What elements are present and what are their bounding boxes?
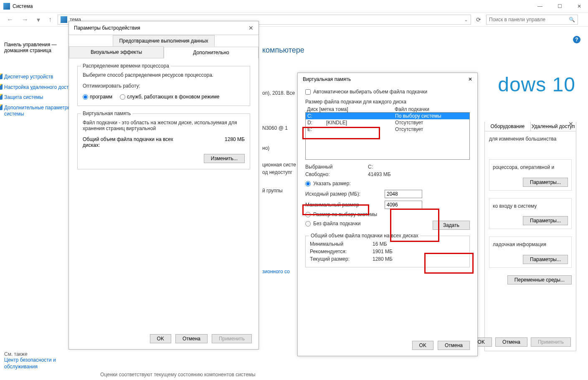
- vmem-text: Файл подкачки - это область на жестком д…: [83, 120, 245, 131]
- params-button[interactable]: Параметры...: [523, 178, 568, 187]
- cpu-text: Выберите способ распределения ресурсов п…: [83, 72, 245, 78]
- radio-custom-input[interactable]: [305, 181, 311, 186]
- min-label: Минимальный: [310, 241, 373, 247]
- up-button[interactable]: ↑: [46, 16, 54, 23]
- system-icon: [3, 3, 10, 10]
- chevron-down-icon[interactable]: ⌄: [464, 17, 468, 23]
- cur-label: Текущий размер:: [310, 256, 373, 262]
- change-button[interactable]: Изменить...: [204, 154, 245, 163]
- close-button[interactable]: ✕: [574, 3, 585, 9]
- radio-custom-size[interactable]: Указать размер:: [305, 181, 470, 186]
- radio-programs[interactable]: программ: [83, 94, 112, 100]
- tab-visual[interactable]: Визуальные эффекты: [69, 46, 164, 58]
- apply-button[interactable]: Применить: [212, 334, 252, 343]
- close-icon[interactable]: ✕: [248, 25, 253, 31]
- totals-legend: Общий объем файла подкачки на всех диска…: [309, 233, 420, 239]
- sidebar-item-protection[interactable]: Защита системы: [4, 93, 79, 101]
- auto-manage-checkbox[interactable]: Автоматически выбирать объем файла подка…: [305, 89, 470, 95]
- cur-value: 1280 МБ: [373, 256, 393, 262]
- sidebar-item-device-manager[interactable]: Диспетчер устройств: [4, 73, 79, 81]
- group-text: роцессора, оперативной и: [493, 164, 568, 171]
- footer-text: Оценки соответствуют текущему состоянию …: [100, 372, 256, 377]
- ok-button[interactable]: OK: [150, 334, 171, 343]
- totals-group: Общий объем файла подкачки на всех диска…: [305, 236, 470, 267]
- radio-services[interactable]: служб, работающих в фоновом режиме: [120, 94, 219, 100]
- disk-row-e[interactable]: E:Отсутствует: [306, 126, 469, 133]
- optimize-label: Оптимизировать работу:: [83, 83, 245, 89]
- system-properties-dialog: ✕ Оборудование Удаленный доступ для изме…: [484, 122, 576, 351]
- initial-size-input[interactable]: [385, 190, 422, 198]
- rec-label: Рекомендуется:: [310, 249, 373, 254]
- search-input[interactable]: [489, 17, 569, 23]
- system-icon: [61, 16, 67, 23]
- max-size-input[interactable]: [385, 201, 422, 209]
- radio-services-input[interactable]: [120, 94, 125, 100]
- minimize-button[interactable]: —: [534, 3, 546, 9]
- sidebar-item-advanced[interactable]: Дополнительные параметры системы: [4, 103, 79, 118]
- refresh-button[interactable]: ⟳: [474, 16, 483, 23]
- cpu-legend: Распределение времени процессора: [81, 63, 171, 69]
- sidebar-security-center[interactable]: Центр безопасности и обслуживания: [4, 357, 79, 370]
- vmem-total-value: 1280 МБ: [225, 136, 245, 148]
- max-label: Максимальный размер: [305, 202, 385, 208]
- params-button[interactable]: Параметры...: [523, 255, 568, 264]
- tab-hardware[interactable]: Оборудование: [485, 122, 531, 131]
- dropdown-history[interactable]: ▾: [34, 16, 43, 24]
- cancel-button[interactable]: Отмена: [175, 334, 208, 343]
- dialog-title: Виртуальная память: [303, 76, 351, 82]
- window-buttons: — ☐ ✕: [534, 3, 585, 9]
- radio-nopf-input[interactable]: [305, 221, 311, 226]
- close-icon[interactable]: ✕: [468, 76, 472, 82]
- windows10-logo: dows 10: [498, 73, 575, 96]
- selected-label: Выбранный: [305, 164, 368, 170]
- shield-icon: [0, 94, 3, 100]
- free-label: Свободно:: [305, 171, 368, 177]
- tab-advanced[interactable]: Дополнительно: [164, 47, 259, 58]
- body-text: й группы: [262, 188, 283, 194]
- radio-system-input[interactable]: [305, 212, 311, 217]
- search-icon: 🔍: [569, 17, 575, 23]
- selected-value: C:: [368, 164, 373, 170]
- radio-no-pagefile[interactable]: Без файла подкачки: [305, 221, 360, 226]
- vmem-legend: Виртуальная память: [81, 111, 132, 116]
- virtual-memory-group: Виртуальная память Файл подкачки - это о…: [77, 113, 250, 169]
- cpu-scheduling-group: Распределение времени процессора Выберит…: [77, 66, 250, 106]
- maximize-button[interactable]: ☐: [554, 3, 565, 9]
- body-text: N3060 @ 1: [262, 125, 288, 131]
- dialog-title: Параметры быстродействия: [74, 25, 140, 31]
- virtual-memory-dialog: Виртуальная память ✕ Автоматически выбир…: [297, 73, 478, 356]
- disk-row-c[interactable]: C:По выбору системы: [306, 113, 469, 119]
- body-text: on), 2018. Все: [262, 90, 295, 96]
- cancel-button[interactable]: Отмена: [438, 341, 470, 350]
- performance-options-dialog: Параметры быстродействия ✕ Предотвращени…: [68, 21, 259, 350]
- rec-value: 1901 МБ: [373, 249, 393, 254]
- apply-button[interactable]: Применить: [531, 337, 571, 347]
- min-value: 16 МБ: [373, 241, 387, 247]
- body-text: од недоступг: [262, 169, 292, 175]
- see-also-label: См. также: [4, 351, 79, 357]
- window-title: Система: [13, 3, 534, 9]
- close-icon[interactable]: ✕: [568, 121, 573, 127]
- ok-button[interactable]: OK: [412, 341, 433, 350]
- forward-button[interactable]: →: [19, 16, 31, 23]
- group-text: ладочная информация: [493, 241, 568, 248]
- auto-checkbox-input[interactable]: [305, 89, 311, 95]
- shield-icon: [0, 73, 3, 79]
- disk-row-d[interactable]: D:[KINDLE]Отсутствует: [306, 119, 469, 126]
- tab-dep[interactable]: Предотвращение выполнения данных: [113, 35, 214, 46]
- sidebar-heading: Панель управления — домашняя страница: [4, 42, 79, 53]
- set-button[interactable]: Задать: [433, 221, 470, 230]
- help-icon[interactable]: ?: [573, 36, 580, 43]
- cancel-button[interactable]: Отмена: [495, 337, 527, 347]
- radio-system-managed[interactable]: Размер по выбору системы: [305, 211, 470, 217]
- back-button[interactable]: ←: [4, 16, 16, 23]
- shield-icon: [0, 84, 3, 90]
- sidebar-item-remote[interactable]: Настройка удаленного доступа: [4, 83, 79, 91]
- env-vars-button[interactable]: Переменные среды...: [507, 275, 572, 284]
- body-text: но): [262, 145, 269, 151]
- hdr-disk: Диск [метка тома]: [307, 106, 395, 112]
- params-button[interactable]: Параметры...: [523, 216, 568, 225]
- search-box[interactable]: 🔍: [486, 15, 578, 25]
- disk-list[interactable]: C:По выбору системы D:[KINDLE]Отсутствуе…: [305, 112, 470, 160]
- radio-programs-input[interactable]: [83, 94, 88, 100]
